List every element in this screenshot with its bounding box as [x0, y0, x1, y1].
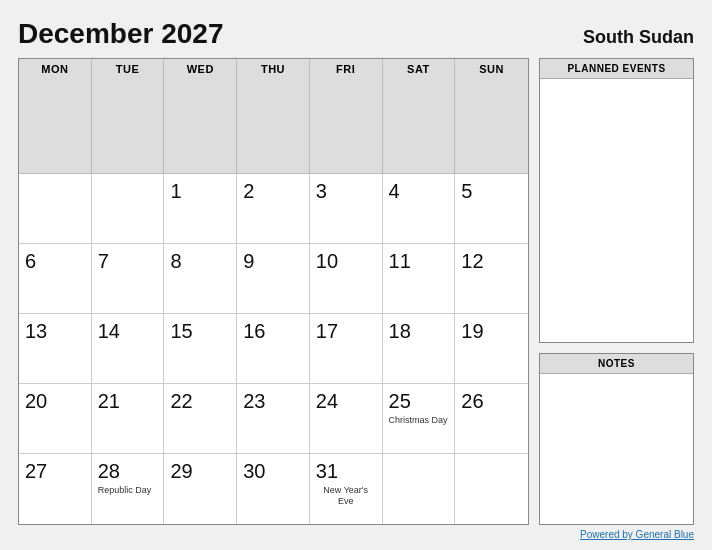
- day-cell: 22: [164, 384, 237, 454]
- planned-events-box: PLANNED EVENTS: [539, 58, 694, 343]
- day-cell: 6: [19, 244, 92, 314]
- day-number: 16: [243, 319, 265, 343]
- day-number: 14: [98, 319, 120, 343]
- day-number: 24: [316, 389, 338, 413]
- day-cell: 27: [19, 454, 92, 524]
- page: December 2027 South Sudan MONTUEWEDTHUFR…: [0, 0, 712, 550]
- day-cell: 19: [455, 314, 528, 384]
- day-headers: MONTUEWEDTHUFRISATSUN: [19, 59, 528, 174]
- planned-events-content: [540, 79, 693, 342]
- day-number: 12: [461, 249, 483, 273]
- day-cell: 14: [92, 314, 165, 384]
- day-number: 11: [389, 249, 411, 273]
- day-event-label: New Year's Eve: [316, 485, 376, 507]
- planned-events-title: PLANNED EVENTS: [540, 59, 693, 79]
- day-number: 1: [170, 179, 181, 203]
- main-content: MONTUEWEDTHUFRISATSUN 123456789101112131…: [18, 58, 694, 525]
- day-header-tue: TUE: [92, 59, 165, 174]
- day-cell: 4: [383, 174, 456, 244]
- day-number: 8: [170, 249, 181, 273]
- day-cell: 24: [310, 384, 383, 454]
- day-number: 17: [316, 319, 338, 343]
- day-cell: 7: [92, 244, 165, 314]
- day-cell: 21: [92, 384, 165, 454]
- day-header-mon: MON: [19, 59, 92, 174]
- day-number: 21: [98, 389, 120, 413]
- footer-link[interactable]: Powered by General Blue: [580, 529, 694, 540]
- month-title: December 2027: [18, 18, 223, 50]
- day-cell: 26: [455, 384, 528, 454]
- right-section: PLANNED EVENTS NOTES: [539, 58, 694, 525]
- day-cell: 16: [237, 314, 310, 384]
- day-cell: [455, 454, 528, 524]
- day-cell: [19, 174, 92, 244]
- day-number: 31: [316, 459, 338, 483]
- day-number: 10: [316, 249, 338, 273]
- day-cell: 8: [164, 244, 237, 314]
- day-header-sat: SAT: [383, 59, 456, 174]
- day-number: 19: [461, 319, 483, 343]
- day-number: 30: [243, 459, 265, 483]
- day-header-wed: WED: [164, 59, 237, 174]
- day-cell: [383, 454, 456, 524]
- day-number: 6: [25, 249, 36, 273]
- day-number: 20: [25, 389, 47, 413]
- day-header-sun: SUN: [455, 59, 528, 174]
- day-number: 7: [98, 249, 109, 273]
- day-number: 27: [25, 459, 47, 483]
- day-cell: 30: [237, 454, 310, 524]
- day-number: 3: [316, 179, 327, 203]
- day-cell: 13: [19, 314, 92, 384]
- day-header-thu: THU: [237, 59, 310, 174]
- day-cell: [92, 174, 165, 244]
- header: December 2027 South Sudan: [18, 18, 694, 50]
- day-number: 13: [25, 319, 47, 343]
- notes-title: NOTES: [540, 354, 693, 374]
- day-cell: 11: [383, 244, 456, 314]
- day-header-fri: FRI: [310, 59, 383, 174]
- day-number: 23: [243, 389, 265, 413]
- footer: Powered by General Blue: [18, 529, 694, 540]
- day-cell: 2: [237, 174, 310, 244]
- notes-box: NOTES: [539, 353, 694, 525]
- calendar-section: MONTUEWEDTHUFRISATSUN 123456789101112131…: [18, 58, 529, 525]
- day-number: 15: [170, 319, 192, 343]
- day-number: 26: [461, 389, 483, 413]
- day-number: 5: [461, 179, 472, 203]
- day-cell: 1: [164, 174, 237, 244]
- day-cell: 3: [310, 174, 383, 244]
- calendar-grid: 1234567891011121314151617181920212223242…: [19, 174, 528, 524]
- day-cell: 18: [383, 314, 456, 384]
- day-cell: 25Christmas Day: [383, 384, 456, 454]
- day-number: 29: [170, 459, 192, 483]
- country-title: South Sudan: [583, 27, 694, 48]
- day-number: 18: [389, 319, 411, 343]
- day-number: 4: [389, 179, 400, 203]
- notes-content: [540, 374, 693, 524]
- day-number: 28: [98, 459, 120, 483]
- day-number: 25: [389, 389, 411, 413]
- day-cell: 17: [310, 314, 383, 384]
- day-cell: 23: [237, 384, 310, 454]
- day-cell: 5: [455, 174, 528, 244]
- day-number: 2: [243, 179, 254, 203]
- day-cell: 10: [310, 244, 383, 314]
- day-event-label: Christmas Day: [389, 415, 448, 426]
- day-cell: 12: [455, 244, 528, 314]
- day-cell: 15: [164, 314, 237, 384]
- day-number: 22: [170, 389, 192, 413]
- day-cell: 28Republic Day: [92, 454, 165, 524]
- day-cell: 9: [237, 244, 310, 314]
- day-cell: 29: [164, 454, 237, 524]
- day-number: 9: [243, 249, 254, 273]
- day-cell: 20: [19, 384, 92, 454]
- day-event-label: Republic Day: [98, 485, 152, 496]
- day-cell: 31New Year's Eve: [310, 454, 383, 524]
